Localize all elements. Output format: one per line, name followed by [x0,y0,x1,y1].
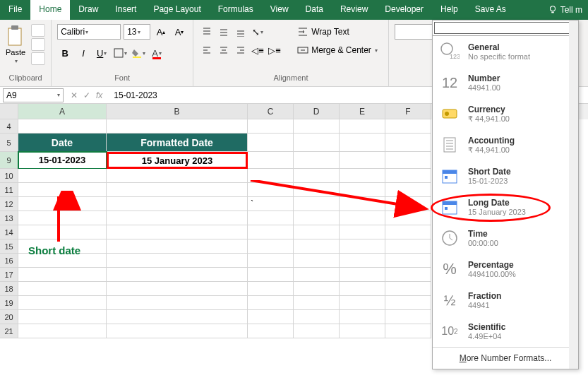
align-right-button[interactable] [233,42,248,58]
cell-c21[interactable] [248,324,294,338]
decrease-indent-button[interactable]: ◁≡ [250,42,265,58]
cell-e18[interactable] [340,282,385,296]
tab-review[interactable]: Review [332,0,376,20]
paste-dropdown-icon[interactable]: ▾ [15,58,18,64]
cell-d20[interactable] [294,310,340,324]
cell-b4[interactable] [107,119,248,134]
fx-icon[interactable]: fx [96,90,102,100]
align-bottom-button[interactable] [233,24,248,40]
col-header-e[interactable]: E [340,104,385,119]
cell-c12[interactable]: ` [248,197,294,211]
cell-d16[interactable] [294,254,340,268]
tab-data[interactable]: Data [297,0,332,20]
cell-b16[interactable] [107,254,248,268]
cell-a9[interactable]: 15-01-2023 [18,152,107,169]
cell-e13[interactable] [340,211,385,225]
cell-b14[interactable] [107,225,248,239]
tab-save-as[interactable]: Save As [467,0,515,20]
cell-c16[interactable] [248,254,294,268]
tab-insert[interactable]: Insert [107,0,145,20]
cell-f15[interactable] [385,239,431,254]
format-fraction[interactable]: ½ Fraction44941 [433,285,578,316]
cell-c5[interactable] [248,134,294,152]
cell-c10[interactable] [248,169,294,183]
confirm-formula-icon[interactable]: ✓ [83,90,90,100]
cell-a11[interactable] [18,183,107,197]
wrap-text-button[interactable]: Wrap Text [292,24,383,40]
cell-e20[interactable] [340,310,385,324]
borders-button[interactable]: ▾ [112,45,128,61]
cell-e12[interactable] [340,197,385,211]
format-percentage[interactable]: % Percentage4494100.00% [433,254,578,285]
row-header-17[interactable]: 17 [0,268,18,282]
row-header-4[interactable]: 4 [0,119,18,134]
tab-help[interactable]: Help [432,0,467,20]
orientation-button[interactable]: ⤡▾ [250,24,265,40]
align-left-button[interactable] [199,42,215,58]
merge-center-button[interactable]: Merge & Center▾ [292,42,383,58]
format-scientific[interactable]: 102 Scientific4.49E+04 [433,316,578,347]
cell-b19[interactable] [107,296,248,310]
tab-draw[interactable]: Draw [70,0,107,20]
cell-b18[interactable] [107,282,248,296]
cell-a14[interactable] [18,225,107,239]
cell-d11[interactable] [294,183,340,197]
format-general[interactable]: 123 GeneralNo specific format [433,36,578,67]
col-header-f[interactable]: F [385,104,431,119]
format-time[interactable]: Time00:00:00 [433,223,578,254]
cell-b17[interactable] [107,268,248,282]
cell-d9[interactable] [294,152,340,169]
cell-e16[interactable] [340,254,385,268]
font-color-button[interactable]: A▾ [149,45,164,61]
cell-a10[interactable] [18,169,107,183]
cell-f11[interactable] [385,183,431,197]
cell-f9[interactable] [385,152,431,169]
row-header-16[interactable]: 16 [0,254,18,268]
cell-b13[interactable] [107,211,248,225]
cell-c13[interactable] [248,211,294,225]
select-all-corner[interactable] [0,104,18,119]
col-header-a[interactable]: A [18,104,107,119]
copy-button[interactable] [31,38,45,51]
cell-f21[interactable] [385,324,431,338]
col-header-c[interactable]: C [248,104,294,119]
cell-e5[interactable] [340,134,385,152]
cell-e14[interactable] [340,225,385,239]
cell-b11[interactable] [107,183,248,197]
row-header-13[interactable]: 13 [0,211,18,225]
format-number[interactable]: 12 Number44941.00 [433,67,578,98]
cell-b5[interactable]: Formatted Date [107,134,248,152]
col-header-d[interactable]: D [294,104,340,119]
cell-c15[interactable] [248,239,294,254]
cell-b20[interactable] [107,310,248,324]
dropdown-scrollbar[interactable] [569,20,578,369]
cell-a21[interactable] [18,324,107,338]
cut-button[interactable] [31,24,45,37]
cell-c19[interactable] [248,296,294,310]
tab-formulas[interactable]: Formulas [210,0,262,20]
cell-f19[interactable] [385,296,431,310]
row-header-9[interactable]: 9 [0,152,18,169]
cell-a18[interactable] [18,282,107,296]
cell-d5[interactable] [294,134,340,152]
row-header-15[interactable]: 15 [0,239,18,254]
row-header-5[interactable]: 5 [0,134,18,152]
cell-b10[interactable] [107,169,248,183]
decrease-font-button[interactable]: A▾ [172,24,187,40]
tab-page-layout[interactable]: Page Layout [145,0,209,20]
format-accounting[interactable]: Accounting₹ 44,941.00 [433,129,578,160]
format-currency[interactable]: Currency₹ 44,941.00 [433,98,578,129]
cell-f12[interactable] [385,197,431,211]
cell-e15[interactable] [340,239,385,254]
row-header-20[interactable]: 20 [0,310,18,324]
cell-b9[interactable]: 15 January 2023 [107,152,248,169]
italic-button[interactable]: I [76,45,91,61]
align-middle-button[interactable] [216,24,232,40]
tab-home[interactable]: Home [30,0,70,20]
cell-a12[interactable] [18,197,107,211]
cell-c18[interactable] [248,282,294,296]
cell-e19[interactable] [340,296,385,310]
cell-e21[interactable] [340,324,385,338]
cell-c4[interactable] [248,119,294,134]
row-header-18[interactable]: 18 [0,282,18,296]
